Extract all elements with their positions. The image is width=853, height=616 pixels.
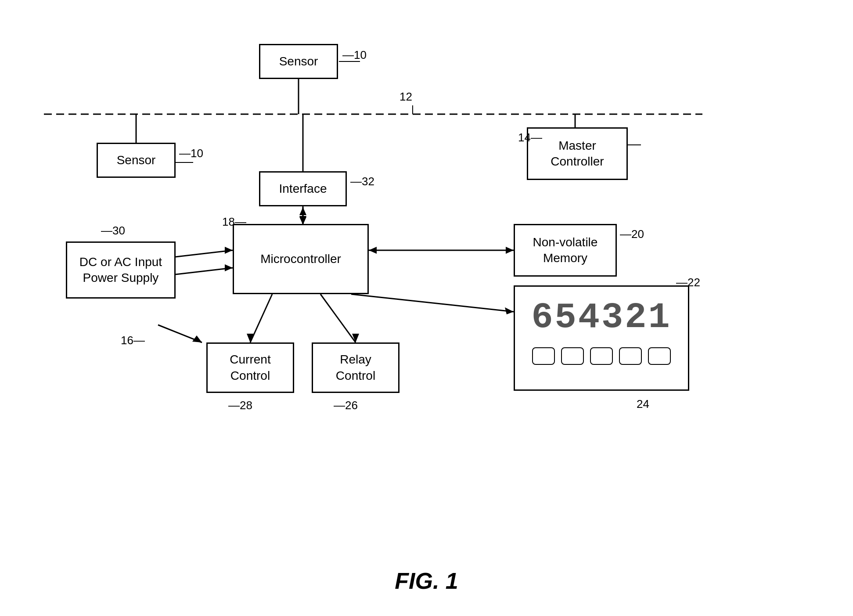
power-supply-box: DC or AC Input Power Supply bbox=[66, 241, 176, 299]
display-ref-24: 24 bbox=[637, 397, 649, 411]
display-button-4 bbox=[619, 347, 642, 365]
svg-marker-25 bbox=[352, 334, 359, 342]
nonvolatile-memory-box: Non-volatile Memory bbox=[514, 224, 617, 277]
microcontroller-label: Microcontroller bbox=[260, 251, 341, 267]
sensor-bottom-label: Sensor bbox=[117, 152, 156, 168]
nonvolatile-memory-label: Non-volatile Memory bbox=[533, 234, 598, 267]
svg-line-24 bbox=[320, 294, 356, 342]
relay-control-ref: —26 bbox=[334, 399, 358, 412]
master-controller-ref: 14— bbox=[518, 131, 542, 144]
svg-marker-11 bbox=[299, 207, 306, 215]
svg-line-20 bbox=[351, 294, 514, 312]
bus-ref: 12 bbox=[400, 90, 412, 104]
display-button-1 bbox=[532, 347, 555, 365]
master-controller-label: Master Controller bbox=[551, 138, 604, 170]
svg-line-28 bbox=[158, 325, 202, 342]
relay-control-box: Relay Control bbox=[312, 342, 400, 393]
arrow-16-label: 16— bbox=[121, 334, 145, 347]
svg-line-15 bbox=[176, 268, 233, 274]
sensor-top-ref-label: —10 bbox=[342, 48, 367, 61]
svg-marker-8 bbox=[299, 216, 306, 224]
svg-marker-18 bbox=[369, 247, 377, 254]
power-supply-label: DC or AC Input Power Supply bbox=[79, 254, 162, 286]
svg-marker-21 bbox=[505, 307, 514, 314]
power-supply-ref: —30 bbox=[101, 224, 125, 238]
interface-ref: —32 bbox=[350, 175, 374, 188]
sensor-top-ref: —10 bbox=[342, 48, 367, 62]
sensor-top-box: Sensor bbox=[259, 44, 338, 79]
nonvolatile-memory-ref: —20 bbox=[620, 227, 644, 241]
sensor-bottom-box: Sensor bbox=[97, 143, 176, 178]
svg-marker-19 bbox=[506, 247, 514, 254]
display-ref-22: —22 bbox=[676, 276, 700, 289]
sensor-bottom-ref: —10 bbox=[179, 147, 203, 160]
figure-title: FIG. 1 bbox=[395, 568, 458, 594]
microcontroller-ref: 18— bbox=[222, 215, 246, 229]
current-control-ref: —28 bbox=[228, 399, 252, 412]
microcontroller-box: Microcontroller bbox=[233, 224, 369, 294]
svg-line-13 bbox=[176, 250, 233, 257]
svg-marker-29 bbox=[192, 335, 202, 342]
svg-marker-14 bbox=[225, 247, 233, 254]
display-buttons-row bbox=[515, 344, 688, 368]
sensor-top-label: Sensor bbox=[279, 54, 318, 69]
relay-control-label: Relay Control bbox=[336, 352, 375, 384]
svg-marker-16 bbox=[225, 264, 233, 271]
current-control-box: Current Control bbox=[206, 342, 294, 393]
display-panel: 654321 bbox=[514, 285, 689, 391]
display-button-2 bbox=[561, 347, 584, 365]
display-button-3 bbox=[590, 347, 613, 365]
interface-box: Interface bbox=[259, 171, 347, 206]
display-button-5 bbox=[648, 347, 671, 365]
svg-marker-23 bbox=[247, 334, 254, 342]
current-control-label: Current Control bbox=[230, 352, 270, 384]
svg-line-22 bbox=[250, 294, 272, 342]
interface-label: Interface bbox=[279, 181, 327, 197]
display-digits: 654321 bbox=[515, 287, 688, 344]
